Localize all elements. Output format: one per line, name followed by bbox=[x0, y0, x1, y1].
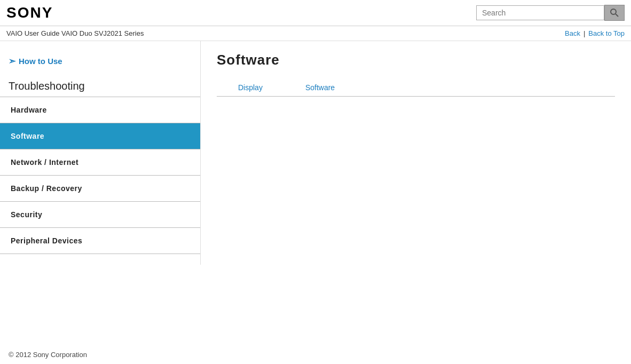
tab-software[interactable]: Software bbox=[284, 79, 356, 96]
back-to-top-link[interactable]: Back to Top bbox=[588, 29, 625, 37]
nav-separator: | bbox=[583, 29, 585, 37]
how-to-use-label: How to Use bbox=[19, 57, 62, 66]
breadcrumb-bar: VAIO User Guide VAIO Duo SVJ2021 Series … bbox=[0, 26, 631, 41]
sidebar-item-backup-recovery[interactable]: Backup / Recovery bbox=[0, 176, 200, 202]
how-to-use-link[interactable]: ➣ How to Use bbox=[0, 52, 200, 75]
svg-line-1 bbox=[616, 14, 618, 17]
search-button[interactable] bbox=[604, 5, 625, 21]
sidebar-item-software[interactable]: Software bbox=[0, 123, 200, 149]
sidebar-items-container: HardwareSoftwareNetwork / InternetBackup… bbox=[0, 97, 200, 254]
content-title: Software bbox=[217, 52, 615, 68]
sidebar-item-security[interactable]: Security bbox=[0, 202, 200, 228]
search-input[interactable] bbox=[476, 5, 604, 20]
sidebar-item-hardware[interactable]: Hardware bbox=[0, 97, 200, 123]
tab-display[interactable]: Display bbox=[217, 79, 284, 96]
header: SONY bbox=[0, 0, 631, 26]
sidebar-item-network-internet[interactable]: Network / Internet bbox=[0, 149, 200, 176]
main-layout: ➣ How to Use Troubleshooting HardwareSof… bbox=[0, 41, 631, 265]
nav-links: Back | Back to Top bbox=[565, 29, 625, 37]
content-tabs: DisplaySoftware bbox=[217, 79, 615, 97]
search-area bbox=[476, 5, 625, 21]
troubleshooting-heading: Troubleshooting bbox=[0, 75, 200, 97]
back-link[interactable]: Back bbox=[565, 29, 580, 37]
footer: © 2012 Sony Corporation bbox=[0, 345, 96, 364]
content-area: Software DisplaySoftware bbox=[201, 41, 631, 265]
sidebar-item-peripheral-devices[interactable]: Peripheral Devices bbox=[0, 228, 200, 254]
copyright-text: © 2012 Sony Corporation bbox=[9, 351, 87, 359]
svg-point-0 bbox=[611, 9, 616, 14]
sidebar: ➣ How to Use Troubleshooting HardwareSof… bbox=[0, 41, 201, 265]
sony-logo: SONY bbox=[6, 4, 53, 21]
search-icon bbox=[610, 9, 619, 17]
guide-title: VAIO User Guide VAIO Duo SVJ2021 Series bbox=[6, 29, 144, 37]
chevron-icon: ➣ bbox=[9, 56, 15, 66]
